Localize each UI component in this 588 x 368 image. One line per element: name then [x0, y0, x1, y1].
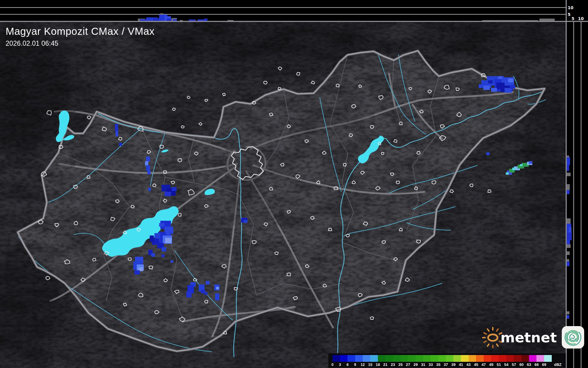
radar-echo-cell [567, 156, 569, 157]
timestamp: 2026.02.01 06:45 [6, 40, 155, 48]
dbz-tick-label: 57 [512, 362, 516, 367]
dbz-scale-segment [469, 355, 476, 362]
sun-icon [482, 325, 503, 350]
radar-echo-cell [151, 253, 155, 257]
radar-echo-cell [498, 76, 502, 79]
dbz-scale-segment [484, 355, 491, 362]
radar-echo-cell [166, 231, 170, 235]
dbz-scale-segment [340, 355, 348, 362]
radar-echo-cell [483, 86, 490, 90]
dbz-tick-label: 15 [368, 362, 372, 367]
dbz-tick-label: 23 [391, 362, 395, 367]
dbz-scale-segment [529, 355, 537, 362]
radar-echo-cell [529, 161, 532, 164]
dbz-scale-segment [544, 355, 552, 362]
radar-echo-cell [567, 244, 571, 248]
radar-echo-cell [567, 251, 570, 255]
dbz-scale-segment [491, 355, 499, 362]
dbz-scale-segment [438, 355, 446, 362]
dbz-tick-label: 47 [482, 362, 486, 367]
radar-echo-cell [567, 315, 569, 319]
dbz-scale-segment [347, 355, 355, 362]
radar-echo-cell [115, 124, 118, 131]
radar-echo-cell [162, 254, 164, 257]
dbz-scale-segment [355, 355, 363, 362]
radar-echo-cell [160, 13, 163, 15]
dbz-scale-segment [506, 355, 514, 362]
radar-echo-cell [204, 19, 207, 21]
dbz-scale-segment [385, 355, 393, 362]
dbz-scale-segment [446, 355, 454, 362]
dbz-scale-labels: 0369121518212325272931333537394143454749… [332, 362, 565, 368]
dbz-tick-label: 9 [354, 362, 356, 367]
radar-echo-cell [567, 311, 569, 314]
radar-echo-cell [567, 157, 570, 165]
radar-echo-cell [567, 261, 569, 266]
radar-echo-cell [567, 165, 569, 171]
map-area [0, 12, 588, 368]
dbz-tick-label: 69 [542, 362, 546, 367]
dbz-scale-segment [416, 355, 423, 362]
dbz-scale-segment [363, 355, 370, 362]
radar-echo-cell [567, 190, 569, 194]
radar-echo-cell [170, 260, 173, 263]
radar-echo-cell [567, 233, 572, 240]
dbz-scale-segment [370, 355, 378, 362]
radar-echo-cell [165, 238, 172, 243]
radar-echo-cell [488, 80, 493, 84]
dbz-tick-label: 49 [489, 362, 493, 367]
dbz-tick-label: 33 [429, 362, 433, 367]
radar-echo-cell [508, 78, 513, 82]
radar-echo-cell [215, 293, 219, 300]
top-axis-5km-label: 5 [568, 12, 571, 17]
metnet-wordmark: metnet [500, 329, 557, 346]
dbz-tick-label: 29 [414, 362, 418, 367]
dbz-scale-segment [408, 355, 416, 362]
radar-echo-cell [119, 143, 122, 146]
dbz-scale-segment [453, 355, 461, 362]
radar-echo-cell [539, 19, 555, 21]
radar-echo-cell [164, 192, 171, 196]
hungary-radar-map: 10 5 5 10 [0, 0, 588, 368]
radar-echo-cell [145, 161, 148, 166]
dbz-scale-segment [431, 355, 438, 362]
top-projection-panel [0, 0, 588, 21]
dbz-tick-label: 41 [459, 362, 463, 367]
dbz-tick-label: 66 [534, 362, 538, 367]
radar-echo-cell [172, 187, 177, 191]
radar-echo-cell [491, 88, 497, 92]
metnet-app-icon [561, 326, 584, 349]
radar-echo-cell [148, 188, 151, 191]
dbz-scale-segment [401, 355, 408, 362]
radar-echo-cell [510, 85, 515, 89]
dbz-tick-label: 45 [474, 362, 478, 367]
dbz-scale-segment [499, 355, 506, 362]
dbz-tick-label: 3 [339, 362, 341, 367]
top-axis-10km-label: 10 [568, 5, 574, 10]
radar-echo-cell [567, 240, 570, 244]
dbz-scale-panel: 0369121518212325272931333537394143454749… [328, 353, 566, 368]
radar-echo-cell [146, 165, 150, 171]
radar-echo-cell [116, 131, 118, 136]
radar-echo-cell [512, 168, 515, 170]
dbz-tick-label: 35 [436, 362, 440, 367]
radar-composite-screen: 10 5 5 10 Magyar Kompozit CMax / VMax 20… [0, 0, 588, 368]
dbz-tick-label: 60 [519, 362, 523, 367]
dbz-tick-label: 43 [467, 362, 471, 367]
dbz-scale-segment [378, 355, 386, 362]
radar-echo-cell [567, 259, 569, 261]
right-projection-panel [566, 0, 588, 368]
radar-echo-cell [505, 88, 512, 93]
radar-echo-cell [146, 156, 150, 161]
right-axis-10km-label: 10 [578, 16, 584, 21]
radar-echo-cell [567, 173, 571, 176]
dbz-tick-label: 0 [331, 362, 333, 367]
radar-echo-cell [567, 184, 570, 190]
radar-echo-cell [162, 247, 166, 251]
radar-echo-cell [506, 172, 509, 175]
dbz-tick-label: 63 [527, 362, 531, 367]
dbz-scale-bar [332, 355, 552, 362]
radar-echo-cell [186, 292, 192, 297]
radar-echo-cell [147, 171, 151, 174]
radar-echo-cell [216, 287, 219, 290]
